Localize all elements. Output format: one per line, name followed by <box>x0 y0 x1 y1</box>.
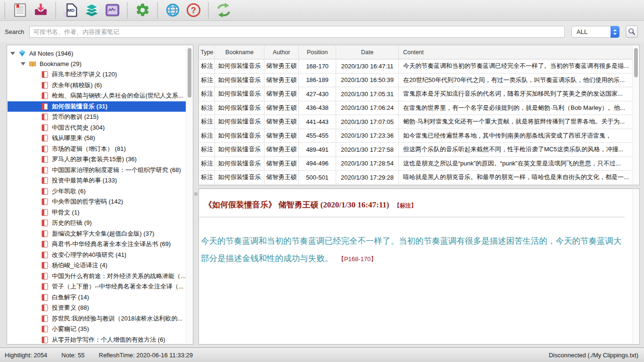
tree-item-label: 中国为什么有前途：对外经济关系的战略潜能（... <box>52 272 186 280</box>
column-header-author[interactable]: Author <box>264 46 299 59</box>
table-row[interactable]: 标注 如何假装懂音乐 储智勇王硕 427-430 2020/1/30 17:05… <box>199 87 632 101</box>
cell-type: 标注 <box>199 157 215 171</box>
note-type-tag: 【标注】 <box>394 202 417 209</box>
notes-document-button[interactable] <box>9 1 30 20</box>
tree-item-book[interactable]: 货币的教训 (215) <box>8 112 186 123</box>
table-row[interactable]: 标注 如何假装懂音乐 储智勇王硕 489-491 2020/1/30 17:27… <box>199 143 632 157</box>
book-icon <box>41 124 49 132</box>
note-title-text: 《如何假装懂音乐》 储智勇王硕 (2020/1/30 16:47:11) <box>204 200 389 209</box>
tree-item-book[interactable]: 投资中最简单的事 (133) <box>8 175 186 186</box>
tree-item-book[interactable]: 新编说文解字大全集(超值白金版) (37) <box>8 229 186 239</box>
table-row[interactable]: 标注 如何假装懂音乐 储智勇王硕 455-455 2020/1/30 17:23… <box>199 129 632 143</box>
splitter-handle[interactable] <box>194 192 198 196</box>
column-header-content[interactable]: Content <box>399 46 632 59</box>
filter-value: ALL <box>577 28 587 35</box>
cell-author: 储智勇王硕 <box>264 74 299 87</box>
status-bar: Hightlight: 2054 Note: 55 RefleshTime: 2… <box>0 347 644 362</box>
layers-icon <box>84 2 99 18</box>
cell-position: 436-438 <box>299 101 336 115</box>
cell-position: 168-170 <box>299 59 336 73</box>
tree-item-book[interactable]: 庆余年(精校版) (6) <box>8 80 186 91</box>
cell-type: 标注 <box>199 143 215 156</box>
disclosure-triangle-icon[interactable] <box>10 52 15 55</box>
table-header-row: Type Bookname Author Position Date Conte… <box>199 46 632 59</box>
tree-item-book[interactable]: 中央帝国的哲学密码 (142) <box>8 197 186 207</box>
tree-item-book[interactable]: 商君书-中华经典名著全本全注全译丛书 (69) <box>8 239 186 250</box>
cell-content: 雷鬼原本是牙买加流行音乐的代名词，随着牙买加移民到了英美之类的发达国家... <box>399 87 632 101</box>
tree-item-book[interactable]: 如何假装懂音乐 (31) <box>8 101 186 112</box>
tree-item-label: 改变心理学的40项研究 (41) <box>52 251 126 259</box>
book-icon <box>41 294 49 301</box>
cell-type: 标注 <box>199 171 215 184</box>
column-header-type[interactable]: Type <box>199 46 215 59</box>
table-row[interactable]: 标注 如何假装懂音乐 储智勇王硕 436-438 2020/1/30 17:06… <box>199 101 632 115</box>
layers-button[interactable] <box>81 1 102 20</box>
book-icon <box>41 230 49 238</box>
book-icon <box>41 92 49 99</box>
search-button[interactable] <box>626 25 638 38</box>
tree-item-book[interactable]: 白鱼解字 (14) <box>8 292 186 303</box>
book-icon <box>41 156 49 163</box>
cell-bookname: 如何假装懂音乐 <box>215 143 264 156</box>
tree-item-book[interactable]: 薛兆丰经济学讲义 (120) <box>8 69 186 80</box>
table-scrollbar-thumb[interactable] <box>634 48 638 77</box>
column-header-bookname[interactable]: Bookname <box>215 46 264 59</box>
tree-item-book[interactable]: 中国国家治理的制度逻辑：一个组织学研究 (68) <box>8 165 186 176</box>
tree-item-label: 中央帝国的哲学密码 (142) <box>52 197 123 206</box>
detail-scrollbar[interactable] <box>632 189 639 344</box>
tree-item-label: 中国国家治理的制度逻辑：一个组织学研究 (68) <box>52 166 181 174</box>
cell-content: 今天的节奏蓝调和当初的节奏蓝调已经完全不一样了。当初的节奏蓝调有很多是描... <box>399 59 632 73</box>
app-window: MD <box>0 0 644 362</box>
sidebar-scrollbar[interactable] <box>186 46 192 344</box>
tree-item-book[interactable]: 投资要义 (88) <box>8 303 186 313</box>
table-scrollbar[interactable] <box>632 46 639 184</box>
tree-item-book[interactable]: 改变心理学的40项研究 (41) <box>8 250 186 261</box>
magnifier-icon <box>627 27 636 36</box>
tree-item-book[interactable]: 枪炮、病菌与钢铁:人类社会的命运(世纪人文系... <box>8 90 186 101</box>
tree-item-book[interactable]: 罗马人的故事(套装共15册) (36) <box>8 154 186 165</box>
markdown-export-button[interactable]: MD <box>60 1 81 20</box>
book-icon <box>41 145 49 153</box>
disclosure-triangle-icon[interactable] <box>21 62 25 66</box>
connection-status: Disconnected (./My Clippings.txt) <box>549 352 638 359</box>
cell-bookname: 如何假装懂音乐 <box>215 59 264 73</box>
tree-item-book[interactable]: 从零开始学写作：个人增值的有效方法 (6) <box>8 335 186 344</box>
settings-button[interactable] <box>132 1 153 20</box>
tree-item-book[interactable]: 管子（上下册）--中华经典名著全本全注全译（... <box>8 281 186 292</box>
chart-monitor-button[interactable] <box>102 1 123 20</box>
tree-item-bookname-group[interactable]: Bookname (29) <box>8 59 186 70</box>
search-input[interactable] <box>29 26 565 38</box>
table-row[interactable]: 标注 如何假装懂音乐 储智勇王硕 168-170 2020/1/30 16:47… <box>199 59 632 74</box>
tree-item-book[interactable]: 钱从哪里来 (58) <box>8 133 186 144</box>
markdown-file-icon: MD <box>63 2 79 18</box>
tree-item-label: All Notes (1946) <box>29 50 73 57</box>
cell-type: 标注 <box>199 74 215 87</box>
table-row[interactable]: 标注 如何假装懂音乐 储智勇王硕 494-496 2020/1/30 17:28… <box>199 157 632 171</box>
column-header-date[interactable]: Date <box>336 46 399 59</box>
tree-item-book[interactable]: 苏世民:我的经验与教训（2018读桥水达利欧的... <box>8 313 186 324</box>
tree-item-book[interactable]: 历史的巨镜 (9) <box>8 218 186 229</box>
table-row[interactable]: 标注 如何假装懂音乐 储智勇王硕 441-443 2020/1/30 17:07… <box>199 115 632 129</box>
cell-position: 494-496 <box>299 157 336 171</box>
tree-item-book[interactable]: 市场的逻辑（增订本） (81) <box>8 144 186 155</box>
tree-item-book[interactable]: 中国古代简史 (304) <box>8 123 186 133</box>
tree-item-book[interactable]: 小窗幽记 (35) <box>8 324 186 335</box>
import-clippings-button[interactable] <box>30 1 51 20</box>
table-row[interactable]: 标注 如何假装懂音乐 储智勇王硕 500-501 2020/1/30 17:29… <box>199 171 632 184</box>
table-row[interactable]: 标注 如何假装懂音乐 储智勇王硕 186-189 2020/1/30 16:50… <box>199 74 632 88</box>
globe-button[interactable] <box>162 1 183 20</box>
tree-item-book[interactable]: 甲骨文 (1) <box>8 207 186 218</box>
tree-item-label: 薛兆丰经济学讲义 (120) <box>52 70 117 79</box>
column-header-position[interactable]: Position <box>299 46 336 59</box>
refresh-button[interactable] <box>213 1 234 20</box>
tree-item-book[interactable]: 少年凯歌 (6) <box>8 186 186 197</box>
tree-item-label: Bookname (29) <box>40 60 82 67</box>
filter-dropdown[interactable]: ALL <box>571 26 619 38</box>
tree-item-book[interactable]: 中国为什么有前途：对外经济关系的战略潜能（... <box>8 271 186 282</box>
tree-item-all-notes[interactable]: All Notes (1946) <box>8 48 186 59</box>
book-icon <box>41 166 49 174</box>
cell-content: 如今雷鬼已经传遍世界各地，其中传到南美的那条线演变成了西班牙语雷鬼， <box>399 129 632 143</box>
sidebar-scrollbar-thumb[interactable] <box>188 48 191 98</box>
help-button[interactable]: ? <box>183 1 204 20</box>
tree-item-book[interactable]: 杨伯峻_论语译注 (4) <box>8 260 186 271</box>
